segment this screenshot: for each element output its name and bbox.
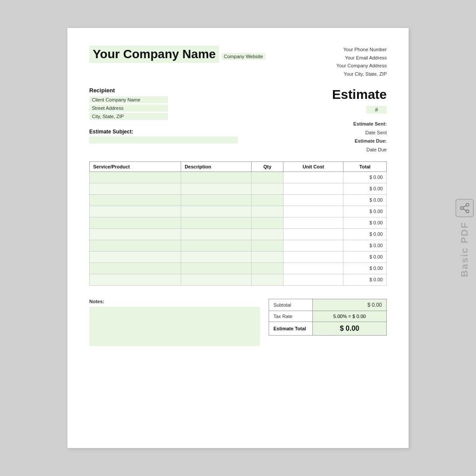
table-row: $ 0.00 <box>90 228 387 240</box>
svg-point-0 <box>466 203 469 206</box>
table-row: $ 0.00 <box>90 194 387 206</box>
table-row: $ 0.00 <box>90 262 387 274</box>
city-state-zip-field[interactable]: City, State, ZIP <box>89 113 168 120</box>
table-row: $ 0.00 <box>90 251 387 262</box>
total-label: Estimate Total <box>269 322 313 335</box>
notes-field[interactable] <box>89 307 260 346</box>
service-cell[interactable] <box>90 274 181 285</box>
subtotal-label: Subtotal <box>269 299 313 311</box>
email: Your Email Address <box>336 54 387 62</box>
tax-label: Tax Rate <box>269 311 313 322</box>
unit-cost-cell[interactable] <box>284 183 343 194</box>
table-row: $ 0.00 <box>90 206 387 217</box>
estimate-sent-label: Estimate Sent: <box>354 121 387 126</box>
unit-cost-cell[interactable] <box>284 251 343 262</box>
svg-line-3 <box>463 209 466 210</box>
service-cell[interactable] <box>90 251 181 262</box>
service-cell[interactable] <box>90 240 181 251</box>
recipient-label: Recipient <box>89 87 238 94</box>
qty-cell[interactable] <box>252 251 284 262</box>
subject-field[interactable] <box>89 136 238 144</box>
svg-point-1 <box>460 206 463 210</box>
subject-label: Estimate Subject: <box>89 129 238 135</box>
description-cell[interactable] <box>181 206 252 217</box>
estimate-number[interactable]: # <box>366 106 387 114</box>
unit-cost-cell[interactable] <box>284 217 343 228</box>
svg-point-2 <box>466 210 469 213</box>
items-table: Service/Product Description Qty Unit Cos… <box>89 161 387 286</box>
unit-cost-cell[interactable] <box>284 240 343 251</box>
service-cell[interactable] <box>90 206 181 217</box>
description-cell[interactable] <box>181 217 252 228</box>
estimate-sent-value: Date Sent <box>238 129 387 137</box>
description-cell[interactable] <box>181 183 252 194</box>
tax-value-cell: 5.00% = $ 0.00 <box>313 311 387 322</box>
service-cell[interactable] <box>90 228 181 240</box>
address: Your Company Address <box>336 62 387 70</box>
unit-cost-cell[interactable] <box>284 172 343 183</box>
estimate-due-label: Estimate Due: <box>355 138 387 144</box>
total-cell: $ 0.00 <box>343 274 387 285</box>
total-cell: $ 0.00 <box>343 172 387 183</box>
company-info: Your Company Name Company Website <box>89 46 266 63</box>
qty-cell[interactable] <box>252 262 284 274</box>
document: Your Company Name Company Website Your P… <box>67 28 409 448</box>
qty-cell[interactable] <box>252 240 284 251</box>
total-value: $ 0.00 <box>313 322 387 335</box>
subtotal-row: Subtotal $ 0.00 <box>269 299 387 311</box>
estimate-title: Estimate <box>238 87 387 102</box>
description-cell[interactable] <box>181 228 252 240</box>
tax-rate: 5.00% <box>333 314 347 319</box>
recipient-section: Recipient Client Company Name Street Add… <box>89 87 238 154</box>
table-row: $ 0.00 <box>90 183 387 194</box>
qty-cell[interactable] <box>252 183 284 194</box>
service-cell[interactable] <box>90 172 181 183</box>
estimate-sent-row: Estimate Sent: <box>238 120 387 129</box>
service-cell[interactable] <box>90 194 181 206</box>
description-cell[interactable] <box>181 274 252 285</box>
qty-cell[interactable] <box>252 194 284 206</box>
col-unit-cost: Unit Cost <box>284 161 343 172</box>
qty-cell[interactable] <box>252 206 284 217</box>
description-cell[interactable] <box>181 262 252 274</box>
unit-cost-cell[interactable] <box>284 228 343 240</box>
total-cell: $ 0.00 <box>343 251 387 262</box>
qty-cell[interactable] <box>252 172 284 183</box>
table-row: $ 0.00 <box>90 172 387 183</box>
client-company-name[interactable]: Client Company Name <box>89 96 168 103</box>
col-qty: Qty <box>252 161 284 172</box>
phone: Your Phone Number <box>336 46 387 54</box>
table-row: $ 0.00 <box>90 274 387 285</box>
unit-cost-cell[interactable] <box>284 274 343 285</box>
qty-cell[interactable] <box>252 228 284 240</box>
unit-cost-cell[interactable] <box>284 194 343 206</box>
col-total: Total <box>343 161 387 172</box>
total-cell: $ 0.00 <box>343 240 387 251</box>
description-cell[interactable] <box>181 172 252 183</box>
notes-section: Notes: <box>89 299 260 346</box>
tax-row: Tax Rate 5.00% = $ 0.00 <box>269 311 387 322</box>
company-website: Company Website <box>221 53 266 60</box>
unit-cost-cell[interactable] <box>284 206 343 217</box>
service-cell[interactable] <box>90 183 181 194</box>
description-cell[interactable] <box>181 251 252 262</box>
qty-cell[interactable] <box>252 217 284 228</box>
col-description: Description <box>181 161 252 172</box>
total-cell: $ 0.00 <box>343 217 387 228</box>
total-cell: $ 0.00 <box>343 262 387 274</box>
estimate-due-value: Date Due <box>238 146 387 154</box>
bottom-section: Notes: Subtotal $ 0.00 Tax Rate 5.00% = … <box>89 299 387 346</box>
service-cell[interactable] <box>90 262 181 274</box>
service-cell[interactable] <box>90 217 181 228</box>
unit-cost-cell[interactable] <box>284 262 343 274</box>
description-cell[interactable] <box>181 240 252 251</box>
estimate-dates: Estimate Sent: Date Sent Estimate Due: D… <box>238 120 387 154</box>
total-row: Estimate Total $ 0.00 <box>269 322 387 335</box>
street-address[interactable]: Street Address <box>89 105 168 112</box>
estimate-section: Estimate # Estimate Sent: Date Sent Esti… <box>238 87 387 154</box>
description-cell[interactable] <box>181 194 252 206</box>
summary-table: Subtotal $ 0.00 Tax Rate 5.00% = $ 0.00 … <box>269 299 387 336</box>
total-cell: $ 0.00 <box>343 228 387 240</box>
city-state-zip: Your City, State, ZIP <box>336 70 387 78</box>
qty-cell[interactable] <box>252 274 284 285</box>
